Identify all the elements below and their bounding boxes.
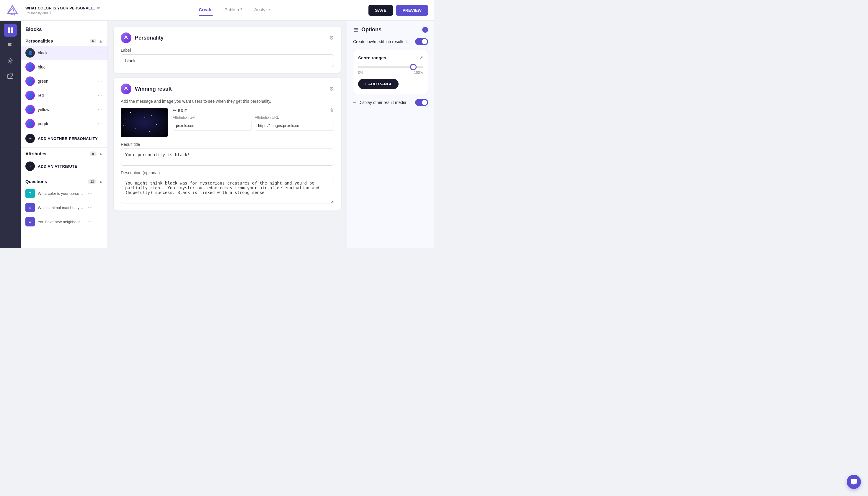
options-title-text: Options	[361, 27, 382, 33]
winning-result-title-area: Winning result	[121, 83, 172, 94]
personality-more-blue[interactable]: ···	[98, 64, 103, 70]
tab-create[interactable]: Create	[199, 6, 213, 14]
label-field-label: Label	[121, 48, 334, 52]
personalities-count-badge: 6	[90, 39, 96, 43]
attributes-section-header[interactable]: Attributes 0 ▲	[21, 149, 107, 158]
tab-publish[interactable]: Publish *	[224, 6, 243, 14]
personality-item-green[interactable]: 👤 green ···	[21, 74, 107, 88]
personality-card-title-area: Personality	[121, 32, 164, 43]
quiz-subtitle: Personality quiz ℹ	[26, 11, 100, 15]
attribution-text-input[interactable]	[173, 121, 252, 130]
personality-avatar-green: 👤	[26, 76, 35, 86]
iconbar-settings[interactable]	[4, 54, 17, 67]
svg-rect-2	[8, 28, 10, 30]
display-other-toggle[interactable]	[415, 99, 428, 106]
score-range-slider[interactable]	[358, 66, 423, 67]
personality-avatar-yellow: 👤	[26, 105, 35, 114]
question-more-3[interactable]: ···	[88, 219, 93, 224]
attribution-url-input[interactable]	[255, 121, 334, 130]
question-label-3: You have new neighbours mo...	[38, 220, 85, 224]
questions-label: Questions	[26, 179, 47, 184]
question-icon-1: T	[26, 189, 35, 198]
attributes-label: Attributes	[26, 151, 46, 156]
options-info-icon[interactable]: i	[422, 27, 428, 33]
personality-more-red[interactable]: ···	[98, 93, 103, 98]
svg-point-14	[355, 31, 356, 32]
score-range-thumb[interactable]	[410, 64, 417, 70]
winning-result-settings-icon[interactable]: ⚙	[329, 86, 334, 92]
low-med-high-info-icon[interactable]: ℹ	[406, 40, 407, 44]
winning-result-description: Add the message and image you want users…	[121, 99, 334, 104]
score-ranges-header: Score ranges ⤢	[358, 55, 423, 61]
result-title-label: Result title	[121, 142, 334, 147]
question-item-1[interactable]: T What color is your personality? ···	[21, 186, 107, 200]
title-area: WHAT COLOR IS YOUR PERSONALI... ✏ Person…	[26, 5, 100, 15]
winning-result-icon	[121, 83, 131, 94]
personality-card-icon	[121, 32, 131, 43]
questions-section-header[interactable]: Questions 13 ▲	[21, 176, 107, 186]
personalities-section-header[interactable]: Personalities 6 ▲	[21, 36, 107, 46]
tab-analyze[interactable]: Analyze	[254, 6, 270, 14]
display-other-label: ↩ Display other result media	[353, 100, 406, 105]
personality-card-settings-icon[interactable]: ⚙	[329, 34, 334, 41]
return-arrow-icon: ↩	[353, 100, 357, 105]
personalities-chevron-icon: ▲	[98, 39, 103, 43]
personality-item-yellow[interactable]: 👤 yellow ···	[21, 103, 107, 117]
create-low-med-high-toggle[interactable]	[415, 38, 428, 45]
personality-label-green: green	[38, 79, 95, 83]
personality-label-blue: blue	[38, 65, 95, 69]
personality-more-purple[interactable]: ···	[98, 121, 103, 126]
personality-item-black[interactable]: 👤 black ···	[21, 46, 107, 60]
preview-button[interactable]: PREVIEW	[396, 5, 428, 16]
description-textarea[interactable]: You might think black was for mysterious…	[121, 177, 334, 203]
iconbar-flag[interactable]	[4, 39, 17, 52]
question-icon-2: ≡	[26, 203, 35, 212]
personality-avatar-black: 👤	[26, 48, 35, 58]
quiz-title: WHAT COLOR IS YOUR PERSONALI... ✏	[26, 5, 100, 10]
description-label: Description (optional)	[121, 170, 334, 175]
question-item-3[interactable]: ≡ You have new neighbours mo... ···	[21, 215, 107, 229]
personality-item-red[interactable]: 👤 red ···	[21, 88, 107, 103]
logo[interactable]	[6, 4, 19, 17]
subtitle-info-icon[interactable]: ℹ	[50, 11, 51, 15]
add-attribute-button[interactable]: + ADD AN ATTRIBUTE	[21, 158, 107, 174]
attribution-fields: Attribution text Attribution URL	[173, 115, 334, 130]
add-range-button[interactable]: + ADD RANGE	[358, 79, 399, 89]
attribution-text-group: Attribution text	[173, 115, 252, 130]
personality-card-header: Personality ⚙	[121, 32, 334, 43]
main-content: Personality ⚙ Label Winning result	[108, 21, 347, 248]
delete-media-button[interactable]: 🗑	[329, 108, 334, 113]
save-button[interactable]: SAVE	[369, 5, 393, 16]
personality-avatar-red: 👤	[26, 91, 35, 100]
add-personality-button[interactable]: + ADD ANOTHER PERSONALITY	[21, 131, 107, 146]
svg-point-6	[10, 60, 11, 62]
navbar-actions: SAVE PREVIEW	[369, 5, 428, 16]
personality-more-green[interactable]: ···	[98, 79, 103, 84]
edit-title-icon[interactable]: ✏	[97, 5, 100, 10]
range-max-label: 100%	[414, 71, 423, 75]
question-more-1[interactable]: ···	[88, 191, 93, 196]
personality-more-black[interactable]: ···	[98, 50, 103, 56]
result-title-input[interactable]: Your personality is black!	[121, 149, 334, 166]
score-ranges-expand-icon[interactable]: ⤢	[419, 55, 423, 61]
edit-media-button[interactable]: ✏ EDIT	[173, 108, 187, 113]
pencil-icon: ✏	[173, 108, 176, 113]
winning-result-card: Winning result ⚙ Add the message and ima…	[114, 78, 341, 211]
question-more-2[interactable]: ···	[88, 205, 93, 210]
label-input[interactable]	[121, 54, 334, 67]
range-min-label: 0%	[358, 71, 363, 75]
main-layout: Blocks Personalities 6 ▲ 👤 black ··· 👤 b…	[0, 21, 434, 248]
media-thumbnail	[121, 108, 168, 137]
personality-more-yellow[interactable]: ···	[98, 107, 103, 112]
personality-item-blue[interactable]: 👤 blue ···	[21, 60, 107, 74]
svg-rect-4	[8, 30, 10, 33]
personality-item-purple[interactable]: 👤 purple ···	[21, 117, 107, 131]
question-item-2[interactable]: ≡ Which animal matches your n... ···	[21, 200, 107, 215]
iconbar-share[interactable]	[4, 70, 17, 83]
svg-rect-3	[11, 28, 13, 30]
personality-label-black: black	[38, 50, 95, 55]
attributes-count-badge: 0	[90, 152, 96, 156]
iconbar-grid[interactable]	[4, 24, 17, 36]
blocks-title: Blocks	[21, 26, 107, 36]
create-low-med-high-label: Create low/med/high results ℹ	[353, 39, 407, 44]
